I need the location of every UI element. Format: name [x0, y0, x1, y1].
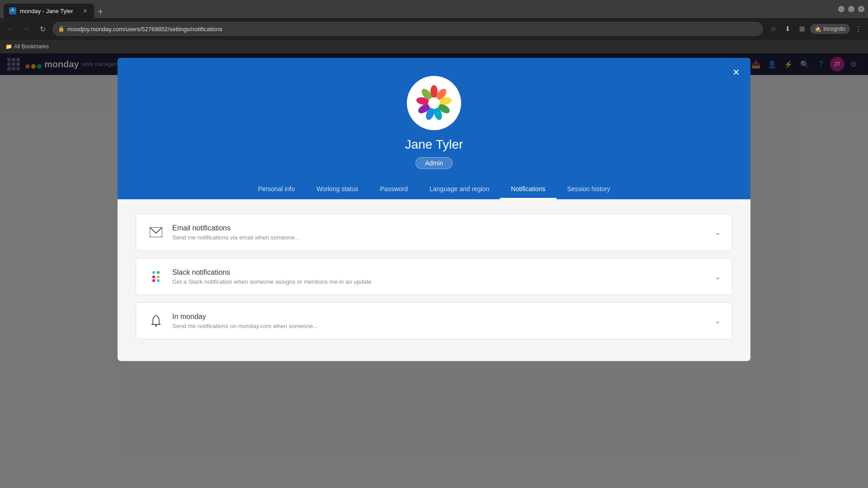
bookmark-star-button[interactable]: ☆ — [767, 23, 779, 35]
active-tab[interactable]: monday - Jane Tyler ✕ — [4, 4, 94, 18]
email-notifications-title: Email notifications — [172, 224, 707, 232]
forward-button[interactable]: → — [20, 23, 33, 35]
in-monday-header[interactable]: In monday Send me notifications on monda… — [136, 303, 732, 339]
email-icon — [147, 223, 165, 241]
close-button[interactable]: ✕ — [858, 6, 864, 12]
tab-close-button[interactable]: ✕ — [81, 7, 89, 14]
profile-avatar — [407, 76, 461, 130]
window-controls: ─ □ ✕ — [838, 6, 864, 12]
svg-point-2 — [13, 10, 15, 12]
address-text: moodjoy.monday.com/users/52769852/settin… — [67, 26, 222, 33]
profile-name: Jane Tyler — [405, 137, 463, 152]
tab-working-status[interactable]: Working status — [306, 180, 369, 199]
email-notifications-chevron: ⌄ — [714, 227, 721, 237]
tab-personal-info[interactable]: Personal info — [247, 180, 306, 199]
svg-point-0 — [10, 10, 12, 12]
svg-point-15 — [428, 97, 439, 108]
slack-notifications-desc: Get a Slack notification when someone as… — [172, 278, 707, 285]
admin-badge-button[interactable]: Admin — [415, 157, 453, 169]
tab-label: monday - Jane Tyler — [20, 8, 73, 14]
email-notifications-desc: Send me notifications via email when som… — [172, 234, 707, 241]
minimize-button[interactable]: ─ — [838, 6, 844, 12]
modal-overlay: ✕ — [0, 53, 868, 488]
incognito-label: Incognito — [823, 26, 845, 32]
admin-label: Admin — [425, 160, 443, 167]
bookmarks-bar: 📁 All Bookmarks — [0, 40, 868, 53]
lock-icon: 🔒 — [58, 26, 65, 32]
bookmarks-label: All Bookmarks — [14, 43, 49, 50]
slack-notifications-text: Slack notifications Get a Slack notifica… — [172, 268, 707, 285]
slack-notifications-header[interactable]: Slack notifications Get a Slack notifica… — [136, 258, 732, 295]
in-monday-card: In monday Send me notifications on monda… — [136, 302, 732, 339]
tab-password[interactable]: Password — [369, 180, 419, 199]
profile-modal: ✕ — [118, 58, 750, 361]
modal-close-button[interactable]: ✕ — [729, 65, 743, 80]
profile-tabs: Personal info Working status Password La… — [118, 180, 750, 199]
slack-svg-icon — [149, 269, 163, 284]
browser-titlebar: monday - Jane Tyler ✕ + ─ □ ✕ — [0, 0, 868, 18]
back-button[interactable]: ← — [4, 23, 16, 35]
in-monday-text: In monday Send me notifications on monda… — [172, 313, 707, 329]
email-notifications-text: Email notifications Send me notification… — [172, 224, 707, 241]
extensions-button[interactable]: ⊞ — [796, 23, 808, 35]
incognito-badge: 🕵 Incognito — [810, 24, 850, 34]
email-svg-icon — [150, 227, 162, 237]
maximize-button[interactable]: □ — [848, 6, 854, 12]
svg-point-23 — [155, 325, 157, 327]
address-bar[interactable]: 🔒 moodjoy.monday.com/users/52769852/sett… — [52, 22, 763, 36]
slack-notifications-title: Slack notifications — [172, 268, 707, 277]
bell-svg-icon — [151, 315, 161, 327]
download-button[interactable]: ⬇ — [781, 23, 794, 35]
incognito-icon: 🕵 — [815, 26, 821, 32]
svg-rect-19 — [152, 276, 155, 278]
svg-rect-20 — [157, 276, 160, 278]
svg-rect-17 — [152, 271, 155, 274]
bookmarks-folder-icon: 📁 — [5, 43, 12, 50]
in-monday-title: In monday — [172, 313, 707, 321]
reload-button[interactable]: ↻ — [36, 23, 49, 35]
browser-navbar: ← → ↻ 🔒 moodjoy.monday.com/users/5276985… — [0, 18, 868, 40]
svg-point-1 — [12, 9, 14, 10]
tab-language-region[interactable]: Language and region — [419, 180, 500, 199]
svg-rect-18 — [157, 271, 160, 274]
email-notifications-header[interactable]: Email notifications Send me notification… — [136, 214, 732, 250]
app-frame: monday work management ✦ See plans 🔔 📥 👤… — [0, 53, 868, 488]
tab-favicon — [9, 7, 16, 14]
svg-rect-22 — [157, 279, 160, 282]
bell-icon — [147, 312, 165, 330]
tab-bar: monday - Jane Tyler ✕ + — [4, 0, 107, 18]
tab-notifications[interactable]: Notifications — [500, 180, 556, 199]
slack-icon — [147, 267, 165, 286]
avatar-logo — [414, 83, 454, 123]
in-monday-chevron: ⌄ — [714, 316, 721, 326]
notifications-content: Email notifications Send me notification… — [118, 199, 750, 361]
slack-notifications-card: Slack notifications Get a Slack notifica… — [136, 258, 732, 295]
svg-rect-21 — [152, 279, 155, 282]
in-monday-desc: Send me notifications on monday.com when… — [172, 323, 707, 329]
email-notifications-card: Email notifications Send me notification… — [136, 214, 732, 251]
slack-notifications-chevron: ⌄ — [714, 272, 721, 282]
nav-actions: ☆ ⬇ ⊞ 🕵 Incognito ⋮ — [767, 23, 864, 35]
new-tab-button[interactable]: + — [94, 5, 107, 18]
menu-button[interactable]: ⋮ — [852, 23, 864, 35]
tab-session-history[interactable]: Session history — [557, 180, 621, 199]
profile-header: Jane Tyler Admin Personal info Working s… — [118, 58, 750, 199]
